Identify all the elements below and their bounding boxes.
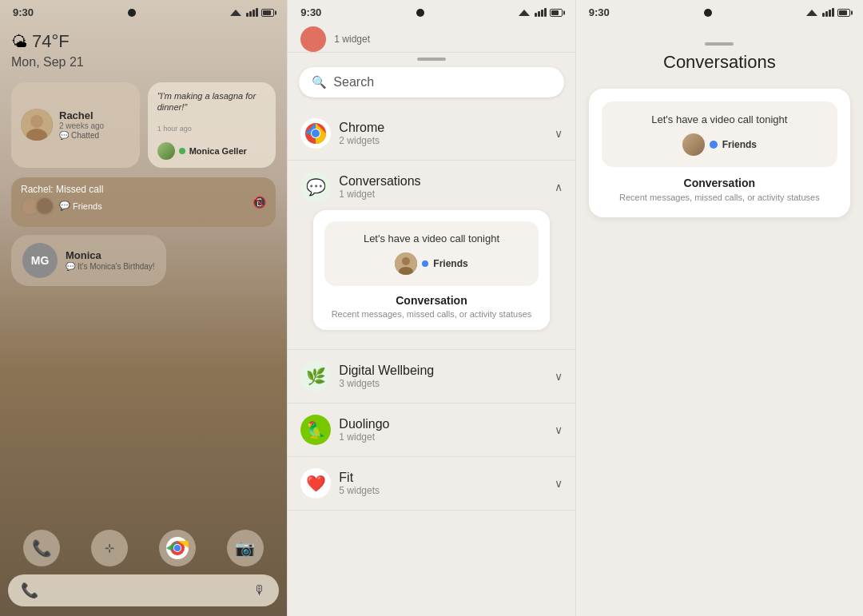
phone-app-icon[interactable]: 📞 <box>23 530 60 566</box>
digital-wellbeing-app-row[interactable]: 🌿 Digital Wellbeing 3 widgets ∨ <box>288 350 575 403</box>
home-screen-panel: 9:30 🌤 74°F Mon, Sep 21 <box>0 0 287 616</box>
time-display-3: 9:30 <box>589 6 610 18</box>
widget-label-sub: Recent messages, missed calls, or activi… <box>324 309 538 319</box>
camera-app-icon[interactable]: 📷 <box>227 530 264 566</box>
messenger-icon-friends: 💬 <box>59 201 70 211</box>
status-icons-3 <box>806 8 850 17</box>
fit-widget-count: 5 widgets <box>339 485 380 496</box>
monica-info: Monica 💬 It's Monica's Birthday! <box>66 249 155 271</box>
chrome-app-row[interactable]: Chrome 2 widgets ∨ <box>288 107 575 161</box>
widget-list[interactable]: 🔍 Search Chrome 2 widge <box>288 53 575 616</box>
svg-point-9 <box>312 129 320 137</box>
widget-person-avatar <box>395 252 417 275</box>
camera-indicator-1 <box>128 9 136 17</box>
conversations-detail-content: Conversations Let's have a video call to… <box>576 22 863 606</box>
battery-icon-3 <box>837 9 850 17</box>
time-display-1: 9:30 <box>13 6 34 18</box>
widget-person-dot <box>422 260 428 267</box>
scroll-drag-indicator <box>417 58 446 61</box>
conversations-app-name: Conversations <box>339 174 420 189</box>
duolingo-expand-icon[interactable]: ∨ <box>555 423 563 436</box>
p3-widget-card[interactable]: Let's have a video call tonight Friends … <box>589 89 850 217</box>
svg-point-11 <box>402 257 410 265</box>
overflow-row: 1 widget <box>288 22 575 53</box>
p3-label-title: Conversation <box>602 177 837 189</box>
conversations-icon: 💬 <box>300 172 331 202</box>
rachel-status-text: Chatted <box>71 131 99 140</box>
app-dock: 📞 ⊹ 📷 📞 🎙 <box>8 530 279 606</box>
battery-icon-2 <box>550 9 563 17</box>
widget-preview-message: Let's have a video call tonight <box>336 232 527 246</box>
fit-expand-icon[interactable]: ∨ <box>555 477 563 490</box>
chrome-icon <box>300 118 331 149</box>
quote-time: 1 hour ago <box>157 125 192 133</box>
wifi-icon-2 <box>519 10 530 16</box>
status-bar-2: 9:30 <box>288 0 575 22</box>
friends-bubble: 💬 Friends <box>21 195 103 221</box>
dock-icons-row: 📞 ⊹ 📷 <box>8 530 279 566</box>
digital-wellbeing-app-name: Digital Wellbeing <box>339 364 434 378</box>
mic-icon[interactable]: 🎙 <box>253 583 266 598</box>
duolingo-header: 🦜 Duolingo 1 widget ∨ <box>300 415 562 445</box>
p3-person-dot <box>710 141 718 149</box>
messenger-icon-rachel: 💬 <box>59 131 69 140</box>
digital-wellbeing-icon: 🌿 <box>300 361 331 391</box>
conversations-header: 💬 Conversations 1 widget ∧ <box>300 172 562 202</box>
fit-app-name: Fit <box>339 471 380 485</box>
widget-preview-person-row: Friends <box>395 252 467 275</box>
fit-app-row[interactable]: ❤️ Fit 5 widgets ∨ <box>288 457 575 511</box>
monica-status-text: It's Monica's Birthday! <box>78 262 155 271</box>
weather-temp: 74°F <box>32 31 70 52</box>
digital-wellbeing-expand-icon[interactable]: ∨ <box>555 370 563 383</box>
fit-icon: ❤️ <box>300 468 331 499</box>
svg-point-6 <box>174 545 181 551</box>
status-icons-1 <box>230 8 274 17</box>
monica-name: Monica <box>66 249 155 261</box>
overflow-app-icon <box>300 26 326 52</box>
rachel-avatar <box>21 109 53 141</box>
status-bar-1: 9:30 <box>0 0 287 22</box>
conversations-app-row[interactable]: 💬 Conversations 1 widget ∧ Let's have a … <box>288 161 575 350</box>
conversations-widget-preview[interactable]: Let's have a video call tonight Friends <box>324 221 538 286</box>
time-display-2: 9:30 <box>300 6 321 18</box>
duolingo-app-row[interactable]: 🦜 Duolingo 1 widget ∨ <box>288 403 575 457</box>
rachel-name: Rachel <box>59 109 130 121</box>
missed-call-icon: 📵 <box>253 196 266 209</box>
widget-search-box[interactable]: 🔍 Search <box>299 67 563 97</box>
menu-app-icon[interactable]: ⊹ <box>91 530 128 566</box>
google-search-bar[interactable]: 📞 🎙 <box>8 574 279 606</box>
online-dot <box>179 148 185 154</box>
missed-call-text: Rachel: Missed call <box>21 184 103 195</box>
weather-date: Mon, Sep 21 <box>11 55 276 70</box>
p3-preview-area: Let's have a video call tonight Friends <box>602 101 837 167</box>
monica-avatar-small <box>157 142 175 160</box>
wifi-icon-3 <box>806 10 817 16</box>
google-logo: 📞 <box>21 582 38 599</box>
conversations-collapse-icon[interactable]: ∧ <box>555 181 563 193</box>
p3-person-name: Friends <box>722 139 757 150</box>
duolingo-app-name: Duolingo <box>339 417 389 431</box>
monica-bubble[interactable]: MG Monica 💬 It's Monica's Birthday! <box>11 235 166 286</box>
chrome-app-name: Chrome <box>339 121 384 135</box>
quote-bubble[interactable]: "I'm making a lasagna for dinner!" 1 hou… <box>148 82 276 168</box>
friends-label: 💬 Friends <box>59 201 102 211</box>
conversations-widget-expanded: Let's have a video call tonight Friends <box>313 210 549 330</box>
search-icon: 🔍 <box>312 75 327 89</box>
battery-icon-1 <box>261 9 274 17</box>
search-placeholder: Search <box>333 75 551 89</box>
widget-picker-panel: 9:30 1 widget 🔍 Search <box>287 0 575 616</box>
rachel-info: Rachel 2 weeks ago 💬 Chatted <box>59 109 130 140</box>
scroll-indicator-3 <box>705 42 734 46</box>
contacts-row: Rachel 2 weeks ago 💬 Chatted "I'm making… <box>11 82 276 168</box>
camera-indicator-2 <box>416 9 424 17</box>
friend-avatar-2 <box>35 197 54 216</box>
rachel-status: 💬 Chatted <box>59 131 130 140</box>
chrome-app-icon[interactable] <box>159 530 196 566</box>
quote-person-name: Monica Geller <box>189 146 247 156</box>
conversations-panel-title: Conversations <box>663 52 776 73</box>
chrome-expand-icon[interactable]: ∨ <box>555 127 563 140</box>
messenger-icon-monica: 💬 <box>66 262 75 271</box>
missed-call-bubble[interactable]: Rachel: Missed call 💬 Friends 📵 <box>11 177 276 227</box>
signal-icon-3 <box>822 8 834 17</box>
rachel-contact-bubble[interactable]: Rachel 2 weeks ago 💬 Chatted <box>11 82 140 168</box>
